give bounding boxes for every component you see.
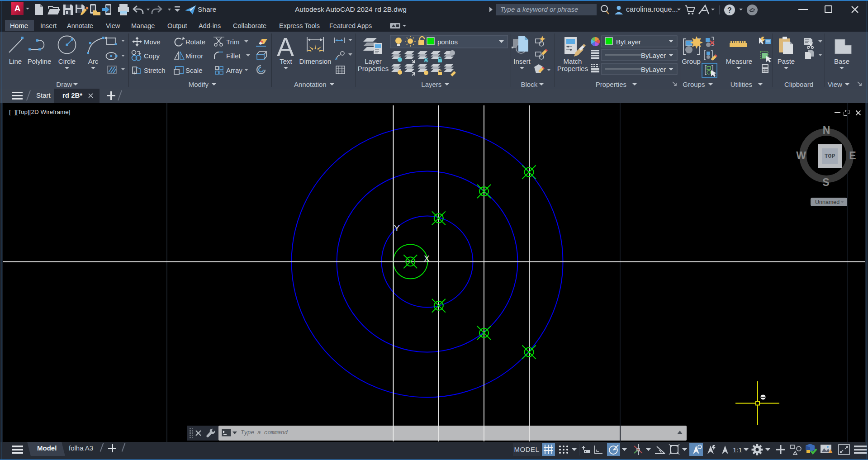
- svg-text:X: X: [424, 254, 430, 263]
- svg-text:Y: Y: [394, 223, 400, 233]
- svg-text:S: S: [822, 176, 829, 188]
- svg-text:?: ?: [727, 6, 732, 14]
- svg-text:1:1: 1:1: [733, 446, 742, 454]
- svg-text:N: N: [823, 124, 830, 136]
- svg-text:!: !: [830, 450, 830, 453]
- svg-text:E: E: [849, 150, 856, 161]
- svg-text:W: W: [796, 150, 806, 161]
